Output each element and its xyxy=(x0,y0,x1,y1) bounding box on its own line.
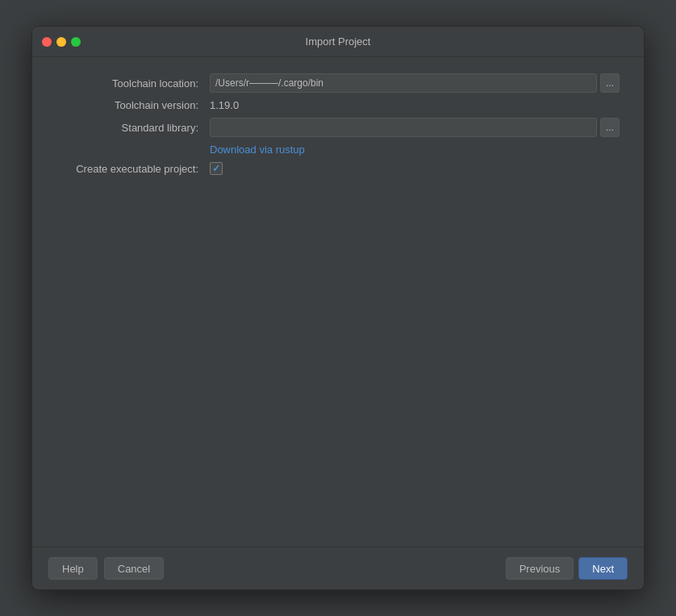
next-button[interactable]: Next xyxy=(578,557,628,580)
toolchain-location-row: ... xyxy=(210,73,620,93)
download-via-rustup-link[interactable]: Download via rustup xyxy=(210,144,305,156)
create-executable-cell xyxy=(210,162,620,175)
cancel-button[interactable]: Cancel xyxy=(104,557,164,580)
window-title: Import Project xyxy=(306,35,371,48)
import-project-window: Import Project Toolchain location: ... T… xyxy=(31,26,645,590)
title-bar: Import Project xyxy=(32,27,644,57)
previous-button[interactable]: Previous xyxy=(506,557,574,580)
toolchain-location-input[interactable] xyxy=(210,73,597,93)
toolchain-version-value: 1.19.0 xyxy=(210,99,620,111)
standard-library-row: ... xyxy=(210,118,620,137)
create-executable-label: Create executable project: xyxy=(56,163,202,175)
toolchain-location-browse-button[interactable]: ... xyxy=(600,73,620,93)
close-button[interactable] xyxy=(42,37,52,47)
standard-library-browse-button[interactable]: ... xyxy=(600,118,620,137)
footer: Help Cancel Previous Next xyxy=(32,547,644,589)
standard-library-label: Standard library: xyxy=(56,122,202,134)
form-content: Toolchain location: ... Toolchain versio… xyxy=(32,57,644,547)
footer-right-buttons: Previous Next xyxy=(506,557,628,580)
download-link-cell: Download via rustup xyxy=(210,144,620,156)
maximize-button[interactable] xyxy=(71,37,81,47)
help-button[interactable]: Help xyxy=(48,557,98,580)
create-executable-checkbox[interactable] xyxy=(210,162,223,175)
toolchain-version-label: Toolchain version: xyxy=(56,99,202,111)
window-controls xyxy=(42,37,81,47)
minimize-button[interactable] xyxy=(56,37,66,47)
toolchain-location-label: Toolchain location: xyxy=(56,77,202,89)
footer-left-buttons: Help Cancel xyxy=(48,557,164,580)
standard-library-input[interactable] xyxy=(210,118,597,137)
form-table: Toolchain location: ... Toolchain versio… xyxy=(56,73,620,175)
